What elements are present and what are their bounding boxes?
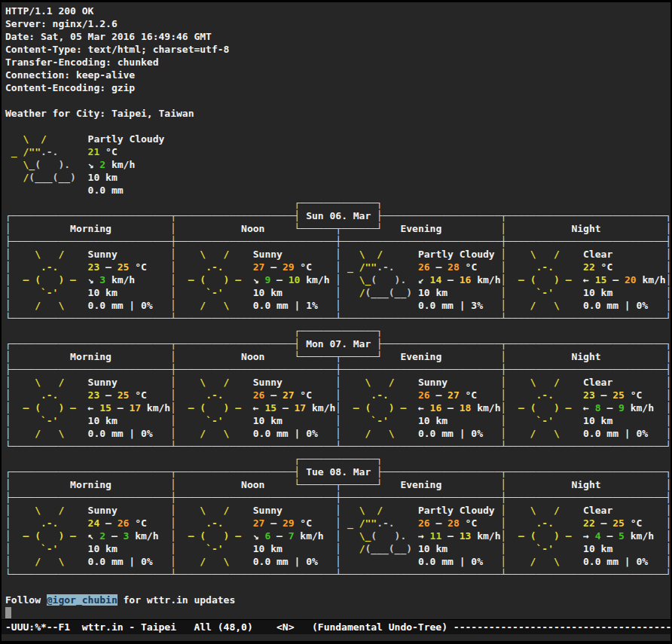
terminal-line: ┌───────────────────────────┬───────────… xyxy=(5,337,670,350)
terminal-line: ├───────────────────────────┼───────────… xyxy=(5,235,670,248)
terminal-line: └───────────────────────────┴───────────… xyxy=(5,568,670,581)
terminal-line: │ – ( ) – ↖ 2 – 3 km/h │ – ( ) – ↘ 6 – 7… xyxy=(5,530,670,542)
text-cursor[interactable] xyxy=(5,607,11,618)
echo-area xyxy=(2,634,670,641)
terminal-line: │ / \ 0.0 mm | 0% │ / \ 0.0 mm | 1% │ 0.… xyxy=(5,299,670,312)
terminal-line: 0.0 mm xyxy=(5,184,670,197)
terminal-cursor-line xyxy=(5,606,670,619)
terminal-window: HTTP/1.1 200 OKServer: nginx/1.2.6Date: … xyxy=(2,2,670,641)
terminal-line: ┌───────────────────────────┬───────────… xyxy=(5,465,670,478)
terminal-line: Follow @igor_chubin for wttr.in updates xyxy=(5,594,670,606)
terminal-line: \ / Partly Cloudy xyxy=(5,133,670,145)
terminal-line: ├───────────────────────────┼───────────… xyxy=(5,491,670,504)
terminal-line: \_( ). ↘ 2 km/h xyxy=(5,158,670,171)
twitter-handle-link[interactable]: @igor_chubin xyxy=(47,594,118,606)
terminal-line: Server: nginx/1.2.6 xyxy=(5,17,670,30)
terminal-line: │ Morning │ Noon └──────┬──────┘ Evening… xyxy=(5,478,670,491)
terminal-line: Content-Encoding: gzip xyxy=(5,81,670,94)
terminal-line: Transfer-Encoding: chunked xyxy=(5,56,670,69)
terminal-line: └───────────────────────────┴───────────… xyxy=(5,312,670,325)
terminal-buffer[interactable]: HTTP/1.1 200 OKServer: nginx/1.2.6Date: … xyxy=(2,2,670,619)
terminal-line: │ .-. 23 – 25 °C │ .-. 27 – 29 °C │ _ /"… xyxy=(5,261,670,273)
terminal-line: │ .-. 23 – 25 °C │ .-. 26 – 27 °C │ .-. … xyxy=(5,389,670,401)
terminal-line: └───────────────────────────┴───────────… xyxy=(5,440,670,453)
terminal-line: │ \ / Sunny │ \ / Sunny │ \ / Partly Clo… xyxy=(5,248,670,261)
terminal-line: Weather for City: Taipei, Taiwan xyxy=(5,107,670,120)
terminal-line: │ / \ 0.0 mm | 0% │ / \ 0.0 mm | 0% │ 0.… xyxy=(5,555,670,568)
terminal-line: ┌─────────────┐ xyxy=(5,197,670,209)
emacs-modeline: -UUU:%*--F1 wttr.in - Taipei All (48,0) … xyxy=(2,619,670,634)
terminal-line xyxy=(5,581,670,594)
terminal-line: │ `-' 10 km │ `-' 10 km │ /(___(__) 10 k… xyxy=(5,286,670,299)
terminal-line: ┌───────────────────────────┬───────────… xyxy=(5,209,670,222)
terminal-line: Date: Sat, 05 Mar 2016 16:49:46 GMT xyxy=(5,30,670,43)
emacs-modeline-text: -UUU:%*--F1 wttr.in - Taipei All (48,0) … xyxy=(5,621,670,633)
terminal-line: │ .-. 24 – 26 °C │ .-. 27 – 29 °C │ _ /"… xyxy=(5,517,670,530)
terminal-line: ┌─────────────┐ xyxy=(5,453,670,465)
terminal-line xyxy=(5,94,670,107)
terminal-line: ├───────────────────────────┼───────────… xyxy=(5,363,670,376)
terminal-line: │ \ / Sunny │ \ / Sunny │ \ / Sunny │ \ … xyxy=(5,376,670,389)
terminal-line: Connection: keep-alive xyxy=(5,69,670,81)
terminal-line: /(___(__) 10 km xyxy=(5,171,670,184)
terminal-line: HTTP/1.1 200 OK xyxy=(5,5,670,17)
terminal-line: Content-Type: text/html; charset=utf-8 xyxy=(5,43,670,56)
terminal-line: │ – ( ) – ← 15 – 17 km/h│ – ( ) – ← 15 –… xyxy=(5,401,670,414)
terminal-line: │ `-' 10 km │ `-' 10 km │ /(___(__) 10 k… xyxy=(5,542,670,555)
terminal-line: │ `-' 10 km │ `-' 10 km │ `-' 10 km │ `-… xyxy=(5,414,670,427)
terminal-line: │ Morning │ Noon └──────┬──────┘ Evening… xyxy=(5,350,670,363)
terminal-line: ┌─────────────┐ xyxy=(5,325,670,337)
terminal-line: │ Morning │ Noon └──────┬──────┘ Evening… xyxy=(5,222,670,235)
terminal-line: _ /"".-. 21 °C xyxy=(5,145,670,158)
terminal-line: │ \ / Sunny │ \ / Sunny │ \ / Partly Clo… xyxy=(5,504,670,517)
terminal-line xyxy=(5,120,670,133)
terminal-line: │ / \ 0.0 mm | 0% │ / \ 0.0 mm | 0% │ / … xyxy=(5,427,670,440)
terminal-line: │ – ( ) – ↘ 3 km/h │ – ( ) – ↘ 9 – 10 km… xyxy=(5,273,670,286)
